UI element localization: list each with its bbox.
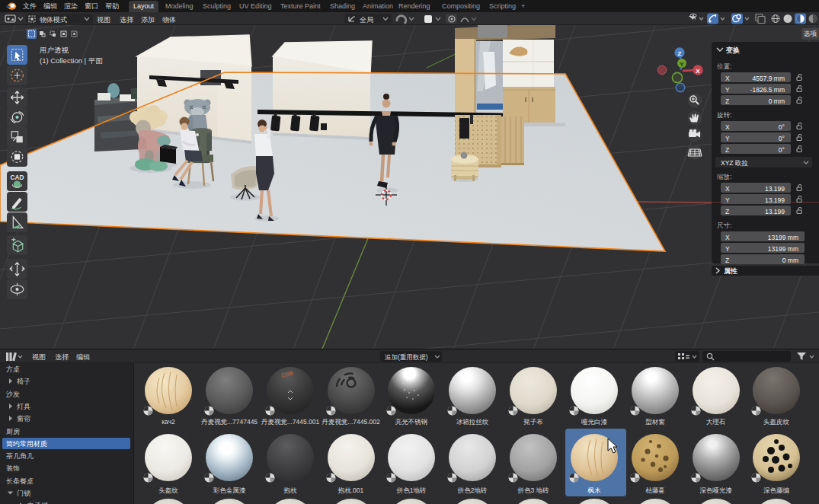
svg-text:Y: Y bbox=[680, 61, 684, 68]
svg-text:Z: Z bbox=[678, 50, 682, 57]
svg-text:CAD: CAD bbox=[11, 174, 24, 181]
svg-text:X: X bbox=[696, 68, 700, 75]
